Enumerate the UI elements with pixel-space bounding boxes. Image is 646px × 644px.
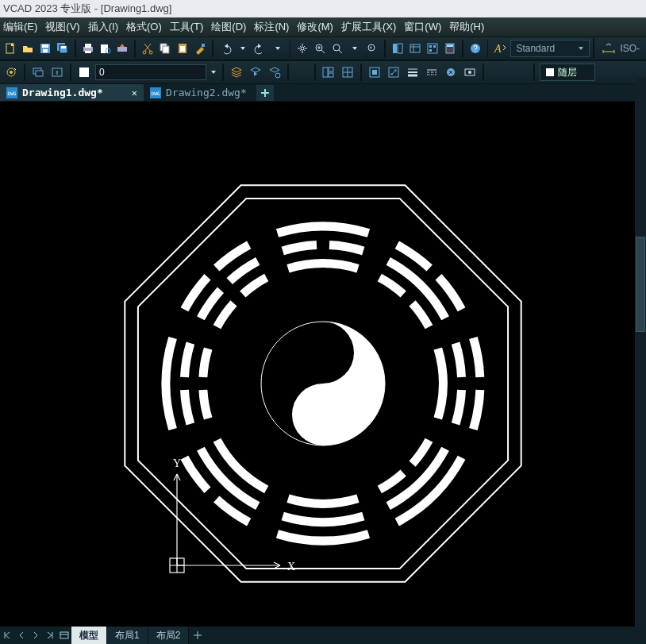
ucs-x-label: X <box>287 561 295 573</box>
drawing-canvas[interactable]: X Y <box>0 102 646 634</box>
svg-rect-33 <box>447 44 453 47</box>
bylayer-dropdown[interactable]: 随层 <box>540 64 595 81</box>
tab-add-button[interactable] <box>256 85 274 101</box>
text-style-a-icon[interactable]: A <box>493 40 507 56</box>
svg-rect-65 <box>60 632 68 638</box>
linetype-icon[interactable] <box>424 64 440 80</box>
svg-point-43 <box>275 73 280 78</box>
menu-bar: 编辑(E) 视图(V) 插入(I) 格式(O) 工具(T) 绘图(D) 标注(N… <box>0 17 646 37</box>
viewport-2-icon[interactable] <box>340 64 356 80</box>
props-icon[interactable] <box>390 40 405 56</box>
layer-walk-icon[interactable] <box>267 64 283 80</box>
menu-tools[interactable]: 工具(T) <box>170 20 204 34</box>
zoom-realtime-icon[interactable] <box>313 40 327 56</box>
publish-icon[interactable] <box>116 40 130 56</box>
viewport-icon[interactable] <box>321 64 336 80</box>
svg-text:DWG: DWG <box>8 91 17 96</box>
zoom-previous-icon[interactable] <box>365 40 379 56</box>
tab-drawing1[interactable]: DWG Drawing1.dwg* ✕ <box>0 84 144 101</box>
menu-draw[interactable]: 绘图(D) <box>211 20 246 34</box>
text-style-dropdown[interactable]: Standard <box>510 40 590 57</box>
svg-rect-7 <box>61 46 66 48</box>
print-preview-icon[interactable] <box>98 40 113 56</box>
scrollbar-thumb[interactable] <box>636 237 645 332</box>
dropdown-icon[interactable] <box>210 66 217 79</box>
layer-manager-icon[interactable] <box>229 64 244 80</box>
menu-ext[interactable]: 扩展工具(X) <box>341 20 396 34</box>
menu-view[interactable]: 视图(V) <box>45 20 79 34</box>
layer-iso-icon[interactable] <box>30 64 46 80</box>
menu-window[interactable]: 窗口(W) <box>404 20 441 34</box>
close-icon[interactable]: ✕ <box>132 87 137 98</box>
help-icon[interactable]: ? <box>468 40 483 56</box>
svg-rect-19 <box>180 46 185 52</box>
menu-dim[interactable]: 标注(N) <box>254 20 289 34</box>
toolbar-separator <box>462 40 463 57</box>
dwg-icon: DWG <box>150 87 161 98</box>
toolbar-separator <box>533 64 535 81</box>
menu-format[interactable]: 格式(O) <box>126 20 162 34</box>
menu-insert[interactable]: 插入(I) <box>88 20 118 34</box>
menu-edit[interactable]: 编辑(E) <box>3 20 37 34</box>
saveall-icon[interactable] <box>56 40 70 56</box>
print-icon[interactable] <box>81 40 95 56</box>
copy-icon[interactable] <box>158 40 172 56</box>
color-white-icon[interactable] <box>76 64 92 80</box>
paste-icon[interactable] <box>175 40 190 56</box>
tool-palette-icon[interactable] <box>425 40 440 56</box>
tab-layout2[interactable]: 布局2 <box>148 627 190 644</box>
render-icon[interactable] <box>443 64 459 80</box>
svg-point-62 <box>313 342 333 363</box>
viewport-clip-icon[interactable] <box>367 64 383 80</box>
layer-state-icon[interactable] <box>3 64 19 80</box>
tab-drawing2[interactable]: DWG Drawing2.dwg* <box>144 84 253 101</box>
undo-icon[interactable] <box>218 40 233 56</box>
tab-layout1[interactable]: 布局1 <box>107 627 148 644</box>
match-prop-icon[interactable] <box>193 40 207 56</box>
redo-dropdown-icon[interactable] <box>271 40 285 56</box>
undo-dropdown-icon[interactable] <box>236 40 250 56</box>
viewport-scale-icon[interactable] <box>386 64 402 80</box>
layer-off-icon[interactable] <box>49 64 65 80</box>
layer-name-value: 0 <box>99 67 105 78</box>
tab-nav-first-icon[interactable] <box>0 627 14 643</box>
calc-icon[interactable] <box>443 40 457 56</box>
svg-rect-25 <box>393 44 397 53</box>
save-icon[interactable] <box>38 40 52 56</box>
tab-model-label: 模型 <box>79 629 98 642</box>
zoom-window-icon[interactable] <box>330 40 344 56</box>
svg-rect-26 <box>398 44 402 53</box>
layout-add-icon[interactable] <box>189 631 206 639</box>
svg-rect-9 <box>85 44 91 48</box>
toolbar-separator <box>314 64 316 81</box>
cut-icon[interactable] <box>140 40 155 56</box>
svg-rect-42 <box>79 67 89 77</box>
svg-rect-46 <box>329 73 333 77</box>
redo-icon[interactable] <box>253 40 267 56</box>
tab-nav-next-icon[interactable] <box>29 627 43 643</box>
toolbar-separator <box>134 40 136 57</box>
svg-point-63 <box>313 404 333 425</box>
new-icon[interactable] <box>3 40 17 56</box>
pan-icon[interactable] <box>295 40 310 56</box>
zoom-dropdown-icon[interactable] <box>348 40 362 56</box>
design-center-icon[interactable] <box>408 40 422 56</box>
toolbar-separator <box>487 40 489 57</box>
layer-previous-icon[interactable] <box>248 64 263 80</box>
tab-model[interactable]: 模型 <box>71 627 107 644</box>
menu-modify[interactable]: 修改(M) <box>297 20 333 34</box>
tab-nav-last-icon[interactable] <box>43 627 57 643</box>
lineweight-icon[interactable] <box>405 64 421 80</box>
vertical-scrollbar[interactable] <box>635 78 646 627</box>
tab-list-icon[interactable] <box>57 627 71 643</box>
toolbar-separator <box>222 64 224 81</box>
open-icon[interactable] <box>21 40 35 56</box>
menu-help[interactable]: 帮助(H) <box>449 20 484 34</box>
toolbar-separator <box>75 40 76 57</box>
tab-nav-prev-icon[interactable] <box>14 627 29 643</box>
dim-style-icon[interactable] <box>601 40 617 56</box>
app-title: VCAD 2023 专业版 - [Drawing1.dwg] <box>3 2 171 14</box>
svg-rect-49 <box>372 70 377 75</box>
hide-icon[interactable] <box>462 64 478 80</box>
layer-name-input[interactable]: 0 <box>95 64 206 80</box>
